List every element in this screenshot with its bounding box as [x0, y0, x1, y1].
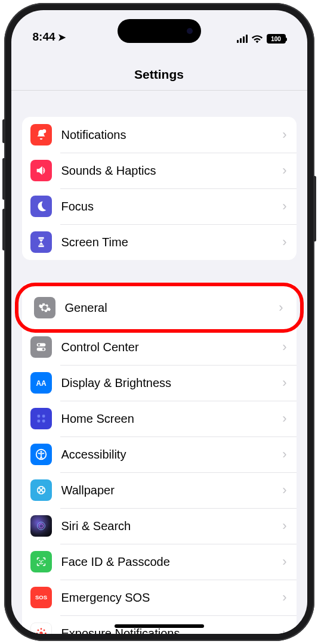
side-button-volume-down	[2, 209, 5, 250]
chevron-right-icon: ›	[282, 518, 286, 534]
status-right: 100	[237, 34, 286, 44]
exposure-notifications-icon	[30, 623, 52, 634]
row-face-id-passcode[interactable]: Face ID & Passcode ›	[22, 544, 297, 580]
cellular-signal-icon	[237, 35, 248, 43]
home-screen-icon	[30, 408, 52, 429]
chevron-right-icon: ›	[282, 626, 286, 634]
svg-rect-9	[42, 420, 45, 423]
svg-point-22	[39, 631, 43, 634]
svg-point-23	[40, 628, 42, 630]
page-title: Settings	[11, 46, 307, 91]
row-control-center[interactable]: Control Center ›	[22, 329, 297, 365]
chevron-right-icon: ›	[282, 554, 286, 569]
svg-text:SOS: SOS	[35, 594, 47, 600]
highlight-general: General ›	[15, 283, 304, 333]
siri-icon	[30, 515, 52, 537]
row-label: Sounds & Haptics	[61, 164, 283, 178]
row-home-screen[interactable]: Home Screen ›	[22, 401, 297, 436]
row-label: Display & Brightness	[61, 376, 283, 390]
row-label: Face ID & Passcode	[61, 555, 283, 569]
svg-point-2	[38, 344, 40, 346]
iphone-frame: 8:44 ➤ 100 Settings	[4, 3, 314, 641]
notifications-icon	[30, 124, 52, 145]
svg-point-19	[39, 560, 40, 561]
svg-point-11	[40, 451, 42, 453]
svg-point-15	[37, 488, 41, 492]
screen: 8:44 ➤ 100 Settings	[11, 10, 307, 634]
row-accessibility[interactable]: Accessibility ›	[22, 436, 297, 472]
row-label: Emergency SOS	[61, 591, 283, 605]
chevron-right-icon: ›	[279, 300, 283, 315]
chevron-right-icon: ›	[282, 447, 286, 462]
chevron-right-icon: ›	[282, 411, 286, 426]
side-button-power	[313, 176, 316, 242]
chevron-right-icon: ›	[282, 127, 286, 143]
svg-point-20	[42, 560, 43, 561]
wifi-icon	[251, 35, 263, 44]
emergency-sos-icon: SOS	[30, 587, 52, 608]
svg-point-25	[36, 633, 38, 634]
row-sounds-haptics[interactable]: Sounds & Haptics ›	[22, 153, 297, 188]
row-label: Notifications	[61, 128, 283, 142]
svg-rect-7	[42, 415, 45, 418]
sounds-icon	[30, 160, 52, 181]
status-left: 8:44 ➤	[33, 30, 66, 44]
svg-point-26	[44, 633, 46, 634]
row-screen-time[interactable]: Screen Time ›	[22, 224, 297, 260]
row-emergency-sos[interactable]: SOS Emergency SOS ›	[22, 580, 297, 615]
dynamic-island	[118, 19, 201, 43]
row-notifications[interactable]: Notifications ›	[22, 117, 297, 153]
side-button-silent	[2, 119, 5, 143]
chevron-right-icon: ›	[282, 163, 286, 178]
battery-level: 100	[271, 36, 281, 42]
face-id-icon	[30, 551, 52, 572]
settings-group-general: General › Control Center › AA Display &	[22, 283, 297, 634]
row-label: Focus	[61, 200, 283, 213]
svg-point-27	[37, 630, 39, 631]
screen-time-icon	[30, 231, 52, 253]
chevron-right-icon: ›	[282, 482, 286, 498]
display-brightness-icon: AA	[30, 372, 52, 394]
chevron-right-icon: ›	[282, 375, 286, 391]
svg-text:AA: AA	[36, 379, 47, 388]
location-arrow-icon: ➤	[58, 32, 66, 43]
chevron-right-icon: ›	[282, 234, 286, 250]
svg-point-12	[37, 487, 45, 494]
row-label: Control Center	[61, 340, 283, 354]
row-label: Screen Time	[61, 236, 283, 249]
svg-point-4	[42, 348, 44, 351]
focus-icon	[30, 196, 52, 217]
svg-rect-0	[42, 129, 45, 133]
row-label: Accessibility	[61, 448, 283, 462]
status-time: 8:44	[33, 30, 55, 44]
row-siri-search[interactable]: Siri & Search ›	[22, 508, 297, 544]
row-label: General	[65, 301, 279, 315]
settings-group-attention: Notifications › Sounds & Haptics › Focus…	[22, 117, 297, 260]
row-general[interactable]: General ›	[26, 290, 293, 326]
chevron-right-icon: ›	[282, 590, 286, 605]
svg-point-16	[41, 488, 45, 492]
chevron-right-icon: ›	[282, 339, 286, 355]
row-focus[interactable]: Focus ›	[22, 188, 297, 224]
svg-rect-8	[37, 420, 40, 423]
svg-point-18	[39, 524, 43, 528]
home-indicator[interactable]	[115, 624, 204, 628]
wallpaper-icon	[30, 479, 52, 501]
accessibility-icon	[30, 444, 52, 465]
general-icon	[34, 297, 55, 318]
row-display-brightness[interactable]: AA Display & Brightness ›	[22, 365, 297, 401]
settings-list[interactable]: Notifications › Sounds & Haptics › Focus…	[11, 91, 307, 634]
row-label: Wallpaper	[61, 484, 283, 497]
row-label: Siri & Search	[61, 519, 283, 533]
chevron-right-icon: ›	[282, 199, 286, 214]
control-center-icon	[30, 336, 52, 358]
svg-point-28	[43, 630, 45, 631]
battery-icon: 100	[267, 34, 286, 44]
row-wallpaper[interactable]: Wallpaper ›	[22, 472, 297, 508]
row-label: Home Screen	[61, 412, 283, 426]
side-button-volume-up	[2, 158, 5, 200]
svg-rect-6	[37, 415, 40, 418]
svg-point-17	[37, 522, 45, 530]
